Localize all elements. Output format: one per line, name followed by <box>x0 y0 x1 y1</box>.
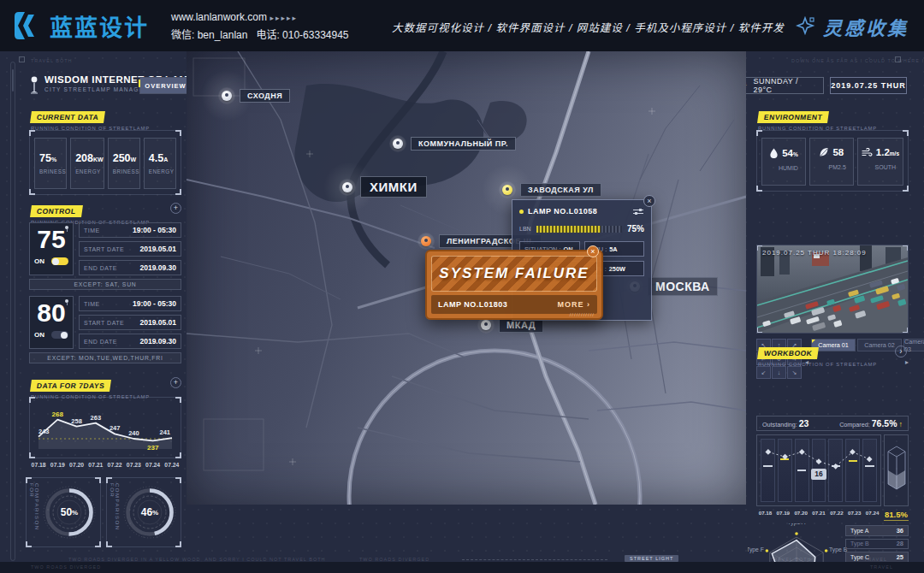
decor-square <box>19 56 25 62</box>
bar-07.24[interactable] <box>862 439 877 502</box>
phone-label: 电话: 010-63334945 <box>256 29 348 41</box>
bar-07.23[interactable] <box>845 439 860 502</box>
alert-title: SYSTEM FAILURE <box>439 265 589 282</box>
dpad-down-left-button[interactable]: ↙ <box>756 366 771 379</box>
environment-title: ENVIRONMENT <box>757 111 829 123</box>
popup-close-icon[interactable]: × <box>643 195 655 207</box>
time-row[interactable]: TIME19:00 - 05:30 <box>79 296 181 311</box>
camera-timestamp: 2019.07.25 THUR 18:28:09 <box>762 249 867 257</box>
bulb-icon <box>65 299 68 303</box>
workbook-percent: 81.5% <box>884 510 909 521</box>
banner-contact: www.lanlanwork.com ▸▸▸▸▸ 微信: ben_lanlan … <box>171 9 349 44</box>
type-a-row[interactable]: Type A36 <box>845 525 909 536</box>
promo-banner: 蓝蓝设计 www.lanlanwork.com ▸▸▸▸▸ 微信: ben_la… <box>0 0 924 51</box>
type-b-row[interactable]: Type B28 <box>845 539 909 550</box>
end-date-row[interactable]: END DATE2019.09.30 <box>79 260 181 275</box>
svg-text:237: 237 <box>147 444 159 452</box>
bar-07.20[interactable] <box>795 439 809 502</box>
wind-stat: 1.2m/s SOUTH <box>857 138 903 186</box>
map-marker-skhodnya[interactable]: СХОДНЯ <box>218 87 290 104</box>
lamp-pin-yellow <box>499 181 516 198</box>
lamp-pin-orange <box>418 233 435 250</box>
services-list: 大数据可视化设计 / 软件界面设计 / 网站建设 / 手机及小程序设计 / 软件… <box>392 19 768 35</box>
lamp-id: LAMP NO.L01058 <box>528 207 628 216</box>
alert-more-button[interactable]: MORE › <box>557 300 590 309</box>
control-add-button[interactable]: + <box>170 203 181 214</box>
workbook-more-button[interactable]: › <box>895 346 907 357</box>
traffic-scene <box>757 245 908 333</box>
dpad-down-button[interactable]: ↓ <box>772 366 786 379</box>
time-row[interactable]: TIME19:00 - 05:30 <box>79 222 181 238</box>
week-chart-panel: 243268258263247240237241 <box>29 397 181 458</box>
lamp-pin-white <box>389 135 406 152</box>
week-chart-title: DATA FOR 7DAYS <box>30 380 111 392</box>
hazard-stripes: /////////// <box>570 312 595 317</box>
svg-text:Type A: Type A <box>788 523 806 526</box>
camera-feed[interactable]: 2019.07.25 THUR 18:28:09 <box>756 245 909 334</box>
workbook-stats: Outstanding:23 Compared:76.5% ↑ <box>756 416 909 431</box>
svg-text:263: 263 <box>91 414 102 422</box>
end-date-row[interactable]: END DATE2019.09.30 <box>79 334 181 349</box>
svg-text:268: 268 <box>52 411 64 418</box>
pm25-stat: 58 PM2.5 <box>809 138 854 186</box>
svg-text:247: 247 <box>110 424 121 432</box>
camera-next-button[interactable]: ▸ <box>903 356 910 369</box>
workbook-cube-gauge <box>884 434 909 506</box>
control-schedule-2: 80 ON TIME19:00 - 05:30 START DATE2019.0… <box>29 296 181 349</box>
svg-text:243: 243 <box>38 428 50 435</box>
bar-07.19[interactable] <box>778 439 792 502</box>
workbook-title: WORKBOOK <box>757 347 819 359</box>
droplet-icon <box>769 147 779 158</box>
leaf-icon <box>819 147 829 157</box>
map-marker-khimki[interactable]: ХИМКИ <box>339 176 427 198</box>
svg-text:258: 258 <box>71 417 82 425</box>
comparison-gauge-2: COMPARISON FOR 46% <box>106 477 181 547</box>
power-toggle-1[interactable] <box>51 257 68 265</box>
svg-text:240: 240 <box>128 429 139 437</box>
except-days-2: EXCEPT: MON,TUE,WED,THUR,FRI <box>29 352 181 363</box>
comparison-gauge-1: COMPARISON FOR 50% <box>26 477 101 547</box>
workbook-xlabels: 07.1807.19 07.2007.21 07.2207.23 07.24 <box>756 510 881 516</box>
decor-line <box>462 559 607 560</box>
week-chart-xlabels: 07.1807.19 07.2007.21 07.2207.23 07.2407… <box>29 462 181 468</box>
map-marker-zavodskaya[interactable]: ЗАВОДСКАЯ УЛ <box>499 181 601 198</box>
date-display: 2019.07.25 THUR <box>830 77 907 94</box>
bar-07.22[interactable] <box>828 439 843 502</box>
brightness-slider[interactable]: LBN 75% <box>519 224 644 233</box>
alert-lamp-id: LAMP NO.L01803 <box>438 300 507 309</box>
svg-text:241: 241 <box>159 428 170 436</box>
dpad-down-right-button[interactable]: ↘ <box>787 366 802 379</box>
start-date-row[interactable]: START DATE2019.05.01 <box>79 315 181 330</box>
stat-briness: 75%BRINESS <box>34 138 67 189</box>
tab-overview-1[interactable]: OVERVIEW <box>139 77 192 94</box>
svg-text:Type F: Type F <box>748 546 764 553</box>
decor-text: DOWN ONE AS FAR AS I COULD TO WHERE IT <box>791 58 924 63</box>
dashboard-screenshot: 蓝蓝设计 www.lanlanwork.com ▸▸▸▸▸ 微信: ben_la… <box>0 0 924 573</box>
streetlamp-icon <box>28 76 40 95</box>
lamp-pin-white <box>339 179 356 196</box>
chart-tooltip: 16 <box>811 469 826 480</box>
left-scrollbar[interactable] <box>10 62 15 561</box>
start-date-row[interactable]: START DATE2019.05.01 <box>79 241 181 257</box>
stat-energy-a: 4.5AENERGY <box>144 138 176 189</box>
inspiration-collect[interactable]: 灵感收集 <box>796 13 909 40</box>
week-chart-add-button[interactable]: + <box>170 377 181 388</box>
workbook-subtitle: RUNNING CONDITION OF STREETLAMP <box>758 362 877 367</box>
power-toggle-2[interactable] <box>51 331 68 339</box>
trend-up-icon: ↑ <box>899 420 903 428</box>
map-marker-kommunalny[interactable]: КОММУНАЛЬНЫЙ ПР. <box>389 135 516 152</box>
humidity-stat: 54% HUMID <box>761 138 806 186</box>
footer-bar: TWO ROADS DIVERGED TRAVEL <box>0 562 924 573</box>
environment-panel: 54% HUMID 58 PM2.5 1.2m/s SOUTH <box>756 130 909 192</box>
current-data-panel: 75%BRINESS 208KWENERGY 250WBRINESS 4.5AE… <box>29 130 181 195</box>
status-dot <box>519 210 524 214</box>
sparkle-star-icon <box>796 16 816 37</box>
except-days-1: EXCEPT: SAT, SUN <box>29 279 181 290</box>
city-map[interactable]: СХОДНЯ КОММУНАЛЬНЫЙ ПР. ХИМКИ ЗАВОДСКАЯ … <box>187 51 746 505</box>
bar-07.18[interactable] <box>761 439 775 502</box>
control-schedule-1: 75 ON TIME19:00 - 05:30 START DATE2019.0… <box>29 222 181 275</box>
alert-close-icon[interactable]: × <box>587 245 599 257</box>
system-failure-alert: × SYSTEM FAILURE LAMP NO.L01803 MORE › /… <box>425 250 603 320</box>
sliders-icon[interactable] <box>632 208 644 216</box>
website-link[interactable]: www.lanlanwork.com <box>171 11 267 23</box>
